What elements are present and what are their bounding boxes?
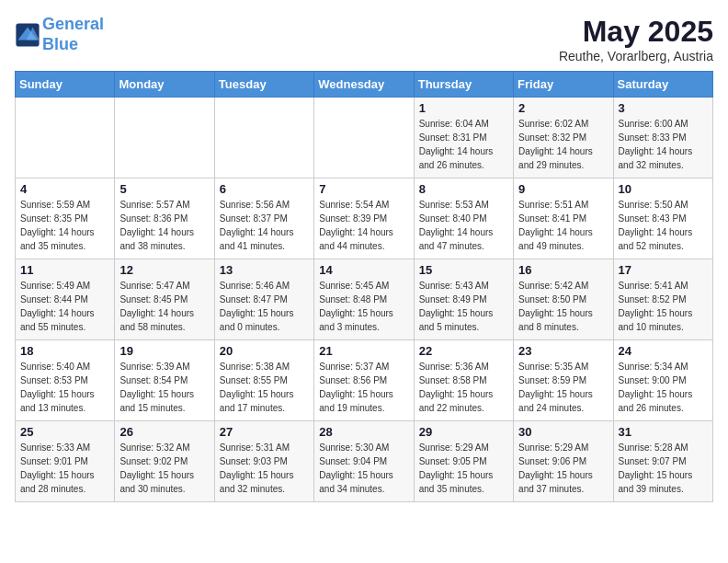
day-number: 6: [220, 182, 309, 196]
day-number: 8: [419, 182, 508, 196]
day-cell: 29Sunrise: 5:29 AM Sunset: 9:05 PM Dayli…: [414, 421, 513, 502]
day-number: 21: [319, 344, 408, 358]
day-number: 22: [419, 344, 508, 358]
day-cell: 12Sunrise: 5:47 AM Sunset: 8:45 PM Dayli…: [115, 259, 214, 340]
day-cell: 7Sunrise: 5:54 AM Sunset: 8:39 PM Daylig…: [314, 178, 414, 259]
day-info: Sunrise: 5:36 AM Sunset: 8:58 PM Dayligh…: [419, 360, 508, 415]
day-info: Sunrise: 6:00 AM Sunset: 8:33 PM Dayligh…: [619, 117, 708, 172]
day-number: 30: [518, 425, 608, 439]
logo-line2: Blue: [42, 35, 78, 53]
day-number: 19: [119, 344, 209, 358]
day-number: 17: [619, 263, 708, 277]
day-cell: 24Sunrise: 5:34 AM Sunset: 9:00 PM Dayli…: [613, 340, 712, 421]
day-info: Sunrise: 5:51 AM Sunset: 8:41 PM Dayligh…: [518, 198, 608, 253]
day-number: 15: [419, 263, 508, 277]
day-info: Sunrise: 5:31 AM Sunset: 9:03 PM Dayligh…: [220, 441, 309, 496]
day-cell: 22Sunrise: 5:36 AM Sunset: 8:58 PM Dayli…: [414, 340, 513, 421]
day-cell: 18Sunrise: 5:40 AM Sunset: 8:53 PM Dayli…: [16, 340, 115, 421]
day-cell: 19Sunrise: 5:39 AM Sunset: 8:54 PM Dayli…: [115, 340, 214, 421]
day-info: Sunrise: 5:38 AM Sunset: 8:55 PM Dayligh…: [220, 360, 309, 415]
day-number: 1: [419, 101, 508, 115]
week-row-3: 11Sunrise: 5:49 AM Sunset: 8:44 PM Dayli…: [16, 259, 713, 340]
header-cell-tuesday: Tuesday: [214, 72, 313, 98]
day-number: 23: [518, 344, 608, 358]
day-number: 27: [220, 425, 309, 439]
day-number: 28: [319, 425, 408, 439]
day-info: Sunrise: 5:35 AM Sunset: 8:59 PM Dayligh…: [518, 360, 608, 415]
day-info: Sunrise: 5:29 AM Sunset: 9:06 PM Dayligh…: [518, 441, 608, 496]
day-cell: 26Sunrise: 5:32 AM Sunset: 9:02 PM Dayli…: [115, 421, 214, 502]
day-cell: 8Sunrise: 5:53 AM Sunset: 8:40 PM Daylig…: [414, 178, 513, 259]
header-cell-thursday: Thursday: [414, 72, 513, 98]
day-cell: [16, 98, 115, 178]
day-number: 4: [20, 182, 109, 196]
day-number: 9: [518, 182, 608, 196]
day-info: Sunrise: 5:37 AM Sunset: 8:56 PM Dayligh…: [319, 360, 408, 415]
calendar-header: SundayMondayTuesdayWednesdayThursdayFrid…: [16, 72, 713, 98]
day-cell: 13Sunrise: 5:46 AM Sunset: 8:47 PM Dayli…: [214, 259, 313, 340]
day-cell: 1Sunrise: 6:04 AM Sunset: 8:31 PM Daylig…: [414, 98, 513, 178]
day-cell: 31Sunrise: 5:28 AM Sunset: 9:07 PM Dayli…: [613, 421, 712, 502]
day-info: Sunrise: 5:49 AM Sunset: 8:44 PM Dayligh…: [20, 279, 109, 334]
day-info: Sunrise: 5:45 AM Sunset: 8:48 PM Dayligh…: [319, 279, 408, 334]
day-info: Sunrise: 5:43 AM Sunset: 8:49 PM Dayligh…: [419, 279, 508, 334]
day-number: 20: [220, 344, 309, 358]
location: Reuthe, Vorarlberg, Austria: [559, 49, 713, 63]
day-info: Sunrise: 5:57 AM Sunset: 8:36 PM Dayligh…: [119, 198, 209, 253]
page-header: General Blue May 2025 Reuthe, Vorarlberg…: [15, 15, 713, 63]
day-cell: 16Sunrise: 5:42 AM Sunset: 8:50 PM Dayli…: [514, 259, 613, 340]
header-cell-friday: Friday: [514, 72, 613, 98]
day-cell: [115, 98, 214, 178]
day-cell: 28Sunrise: 5:30 AM Sunset: 9:04 PM Dayli…: [314, 421, 414, 502]
day-number: 11: [20, 263, 109, 277]
day-info: Sunrise: 5:50 AM Sunset: 8:43 PM Dayligh…: [619, 198, 708, 253]
day-info: Sunrise: 5:59 AM Sunset: 8:35 PM Dayligh…: [20, 198, 109, 253]
day-info: Sunrise: 5:39 AM Sunset: 8:54 PM Dayligh…: [119, 360, 209, 415]
day-cell: [214, 98, 313, 178]
day-info: Sunrise: 5:41 AM Sunset: 8:52 PM Dayligh…: [619, 279, 708, 334]
month-title: May 2025: [559, 15, 713, 49]
day-info: Sunrise: 5:40 AM Sunset: 8:53 PM Dayligh…: [20, 360, 109, 415]
day-cell: 4Sunrise: 5:59 AM Sunset: 8:35 PM Daylig…: [16, 178, 115, 259]
logo: General Blue: [15, 15, 104, 54]
day-number: 2: [518, 101, 608, 115]
day-info: Sunrise: 6:04 AM Sunset: 8:31 PM Dayligh…: [419, 117, 508, 172]
day-cell: 11Sunrise: 5:49 AM Sunset: 8:44 PM Dayli…: [16, 259, 115, 340]
day-info: Sunrise: 5:34 AM Sunset: 9:00 PM Dayligh…: [619, 360, 708, 415]
logo-text: General Blue: [42, 15, 104, 54]
day-number: 24: [619, 344, 708, 358]
day-number: 13: [220, 263, 309, 277]
day-info: Sunrise: 5:54 AM Sunset: 8:39 PM Dayligh…: [319, 198, 408, 253]
day-cell: 27Sunrise: 5:31 AM Sunset: 9:03 PM Dayli…: [214, 421, 313, 502]
week-row-2: 4Sunrise: 5:59 AM Sunset: 8:35 PM Daylig…: [16, 178, 713, 259]
header-cell-sunday: Sunday: [16, 72, 115, 98]
header-cell-wednesday: Wednesday: [314, 72, 414, 98]
day-cell: 10Sunrise: 5:50 AM Sunset: 8:43 PM Dayli…: [613, 178, 712, 259]
day-cell: 14Sunrise: 5:45 AM Sunset: 8:48 PM Dayli…: [314, 259, 414, 340]
header-cell-monday: Monday: [115, 72, 214, 98]
day-number: 31: [619, 425, 708, 439]
day-number: 10: [619, 182, 708, 196]
day-number: 12: [119, 263, 209, 277]
day-cell: 25Sunrise: 5:33 AM Sunset: 9:01 PM Dayli…: [16, 421, 115, 502]
day-cell: 17Sunrise: 5:41 AM Sunset: 8:52 PM Dayli…: [613, 259, 712, 340]
day-info: Sunrise: 5:30 AM Sunset: 9:04 PM Dayligh…: [319, 441, 408, 496]
day-cell: 6Sunrise: 5:56 AM Sunset: 8:37 PM Daylig…: [214, 178, 313, 259]
day-number: 25: [20, 425, 109, 439]
week-row-1: 1Sunrise: 6:04 AM Sunset: 8:31 PM Daylig…: [16, 98, 713, 178]
day-number: 7: [319, 182, 408, 196]
day-info: Sunrise: 5:56 AM Sunset: 8:37 PM Dayligh…: [220, 198, 309, 253]
day-number: 16: [518, 263, 608, 277]
day-info: Sunrise: 5:29 AM Sunset: 9:05 PM Dayligh…: [419, 441, 508, 496]
week-row-5: 25Sunrise: 5:33 AM Sunset: 9:01 PM Dayli…: [16, 421, 713, 502]
day-info: Sunrise: 5:33 AM Sunset: 9:01 PM Dayligh…: [20, 441, 109, 496]
day-cell: 23Sunrise: 5:35 AM Sunset: 8:59 PM Dayli…: [514, 340, 613, 421]
day-number: 18: [20, 344, 109, 358]
day-info: Sunrise: 5:28 AM Sunset: 9:07 PM Dayligh…: [619, 441, 708, 496]
logo-icon: [15, 22, 40, 48]
day-info: Sunrise: 5:47 AM Sunset: 8:45 PM Dayligh…: [119, 279, 209, 334]
day-cell: 3Sunrise: 6:00 AM Sunset: 8:33 PM Daylig…: [613, 98, 712, 178]
day-cell: 30Sunrise: 5:29 AM Sunset: 9:06 PM Dayli…: [514, 421, 613, 502]
day-cell: 15Sunrise: 5:43 AM Sunset: 8:49 PM Dayli…: [414, 259, 513, 340]
day-info: Sunrise: 5:42 AM Sunset: 8:50 PM Dayligh…: [518, 279, 608, 334]
